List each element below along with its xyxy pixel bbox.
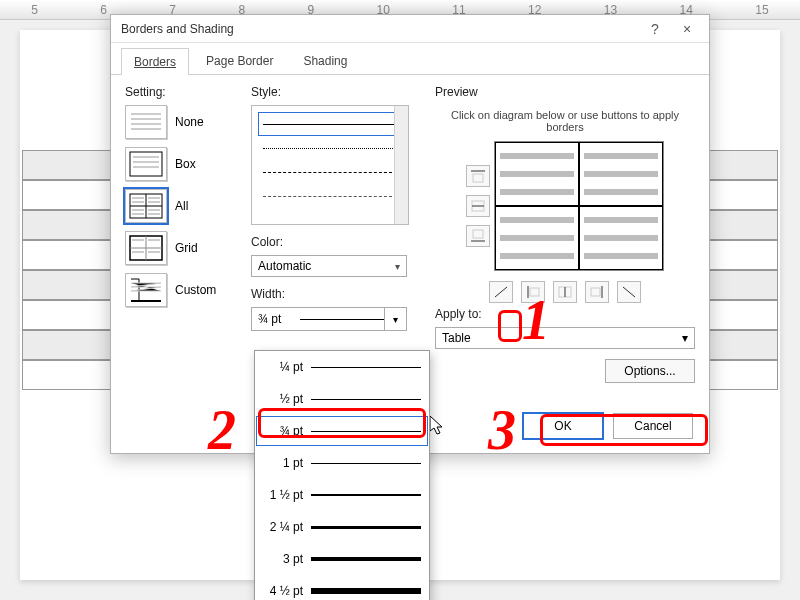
svg-rect-14	[148, 201, 160, 203]
color-combo[interactable]: Automatic ▾	[251, 255, 407, 277]
svg-rect-12	[148, 197, 160, 199]
width-option-sample	[311, 431, 421, 432]
svg-rect-16	[148, 209, 160, 211]
width-option-sample	[311, 557, 421, 561]
setting-grid[interactable]: Grid	[125, 231, 245, 265]
preview-btn-inside-horizontal[interactable]	[466, 195, 490, 217]
width-option[interactable]: 2 ¼ pt	[255, 511, 429, 543]
titlebar: Borders and Shading ? ×	[111, 15, 709, 43]
svg-rect-23	[148, 239, 160, 241]
preview-btn-bottom-border[interactable]	[466, 225, 490, 247]
tab-page-border[interactable]: Page Border	[193, 47, 286, 74]
close-button[interactable]: ×	[671, 21, 703, 37]
setting-none-label: None	[175, 115, 204, 129]
dialog-title: Borders and Shading	[117, 22, 639, 36]
svg-marker-41	[430, 416, 442, 434]
svg-rect-22	[132, 239, 144, 241]
color-label: Color:	[251, 235, 421, 249]
setting-grid-label: Grid	[175, 241, 198, 255]
preview-diagram[interactable]	[494, 141, 664, 271]
cursor-icon	[430, 416, 446, 436]
svg-rect-15	[132, 209, 144, 211]
setting-none[interactable]: None	[125, 105, 245, 139]
width-option[interactable]: ½ pt	[255, 383, 429, 415]
style-listbox[interactable]	[251, 105, 409, 225]
tab-borders[interactable]: Borders	[121, 48, 189, 75]
width-option-sample	[311, 367, 421, 368]
svg-rect-28	[473, 174, 483, 182]
width-dropdown-button[interactable]: ▾	[384, 308, 406, 330]
color-value: Automatic	[258, 259, 311, 273]
setting-custom-label: Custom	[175, 283, 216, 297]
apply-to-combo[interactable]: Table ▾	[435, 327, 695, 349]
svg-rect-1	[131, 118, 161, 120]
width-option-label: 1 ½ pt	[263, 488, 311, 502]
width-option-label: 3 pt	[263, 552, 311, 566]
setting-grid-icon	[125, 231, 167, 265]
setting-label: Setting:	[125, 85, 245, 99]
options-button[interactable]: Options...	[605, 359, 695, 383]
width-option[interactable]: ¾ pt	[255, 415, 429, 447]
svg-line-40	[623, 287, 635, 297]
svg-rect-7	[133, 166, 159, 168]
width-combo[interactable]: ¾ pt ▾	[251, 307, 407, 331]
width-option[interactable]: ¼ pt	[255, 351, 429, 383]
style-scrollbar[interactable]	[394, 106, 408, 224]
width-option[interactable]: 1 ½ pt	[255, 479, 429, 511]
style-option-dots[interactable]	[258, 136, 402, 160]
width-option[interactable]: 3 pt	[255, 543, 429, 575]
style-option-dashes[interactable]	[258, 160, 402, 184]
tab-shading[interactable]: Shading	[290, 47, 360, 74]
width-dropdown-list[interactable]: ¼ pt½ pt¾ pt1 pt1 ½ pt2 ¼ pt3 pt4 ½ pt6 …	[254, 350, 430, 600]
preview-btn-right-border[interactable]	[585, 281, 609, 303]
svg-rect-18	[148, 213, 160, 215]
setting-box-icon	[125, 147, 167, 181]
setting-all-label: All	[175, 199, 188, 213]
svg-rect-35	[530, 288, 539, 296]
chevron-down-icon: ▾	[395, 261, 400, 272]
width-value: ¾ pt	[252, 312, 300, 326]
preview-btn-diag1[interactable]	[489, 281, 513, 303]
setting-custom-icon	[125, 273, 167, 307]
svg-rect-31	[473, 230, 483, 238]
width-option-label: ¼ pt	[263, 360, 311, 374]
svg-rect-17	[132, 213, 144, 215]
width-option-label: 4 ½ pt	[263, 584, 311, 598]
setting-none-icon	[125, 105, 167, 139]
svg-rect-11	[132, 197, 144, 199]
width-option-sample	[311, 494, 421, 496]
setting-box[interactable]: Box	[125, 147, 245, 181]
svg-rect-3	[131, 128, 161, 130]
width-option[interactable]: 4 ½ pt	[255, 575, 429, 600]
width-option[interactable]: 1 pt	[255, 447, 429, 479]
svg-rect-25	[148, 251, 160, 253]
tab-strip: Borders Page Border Shading	[111, 43, 709, 75]
width-option-sample	[311, 526, 421, 529]
ok-button[interactable]: OK	[523, 413, 603, 439]
help-button[interactable]: ?	[639, 21, 671, 37]
svg-line-33	[495, 287, 507, 297]
chevron-down-icon: ▾	[682, 331, 688, 345]
cancel-button[interactable]: Cancel	[613, 413, 693, 439]
preview-btn-left-border[interactable]	[521, 281, 545, 303]
svg-rect-0	[131, 113, 161, 115]
svg-rect-24	[132, 251, 144, 253]
apply-to-value: Table	[442, 331, 471, 345]
preview-hint: Click on diagram below or use buttons to…	[435, 109, 695, 133]
setting-custom[interactable]: Custom	[125, 273, 245, 307]
preview-btn-diag2[interactable]	[617, 281, 641, 303]
style-option-dashdot[interactable]	[258, 184, 402, 208]
setting-all[interactable]: All	[125, 189, 245, 223]
width-sample-line	[300, 319, 384, 320]
style-label: Style:	[251, 85, 421, 99]
preview-label: Preview	[435, 85, 695, 99]
width-option-label: ¾ pt	[263, 424, 311, 438]
preview-btn-top-border[interactable]	[466, 165, 490, 187]
style-option-solid[interactable]	[258, 112, 402, 136]
apply-to-label: Apply to:	[435, 307, 695, 321]
svg-rect-4	[130, 152, 162, 176]
svg-rect-38	[591, 288, 600, 296]
width-option-label: 1 pt	[263, 456, 311, 470]
preview-btn-inside-vertical[interactable]	[553, 281, 577, 303]
setting-all-icon	[125, 189, 167, 223]
